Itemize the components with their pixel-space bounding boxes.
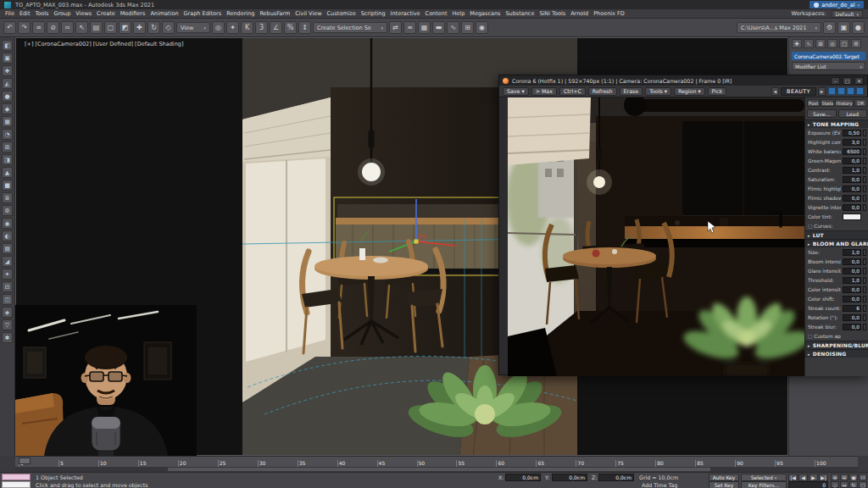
curve-editor-icon[interactable]: ∿ xyxy=(447,21,459,34)
parameter-value-field[interactable]: 1,0 xyxy=(843,167,861,174)
parameter-spinner[interactable] xyxy=(863,167,866,174)
parameter-spinner[interactable] xyxy=(863,277,866,284)
menu-item[interactable]: RebusFarm xyxy=(259,10,290,17)
left-toolbar-icon[interactable]: ≣ xyxy=(2,192,13,203)
left-toolbar-icon[interactable]: ▲ xyxy=(2,167,13,178)
menu-item[interactable]: Create xyxy=(97,10,115,17)
redo-icon[interactable]: ↷ xyxy=(18,21,31,34)
parameter-value-field[interactable]: 0,0 xyxy=(843,286,861,293)
add-time-tag[interactable]: Add Time Tag xyxy=(642,482,677,488)
menu-item[interactable]: Substance xyxy=(505,10,534,17)
minimize-icon[interactable]: – xyxy=(831,77,840,85)
current-frame-field[interactable]: 0 xyxy=(788,481,828,488)
parameter-value-field[interactable]: 0,0 xyxy=(843,324,861,330)
play-button[interactable]: ▶ xyxy=(809,474,818,481)
key-filters-button[interactable]: Key Filters... xyxy=(741,481,787,488)
parameter-value-field[interactable]: 0,0 xyxy=(843,204,861,211)
render-setup-icon[interactable]: ⚙ xyxy=(823,21,836,34)
left-toolbar-icon[interactable]: ⊟ xyxy=(2,281,13,292)
workspaces-dropdown[interactable]: Default xyxy=(832,10,863,18)
parameter-spinner[interactable] xyxy=(863,139,866,146)
motion-tab-icon[interactable]: ◎ xyxy=(827,39,837,48)
left-toolbar-icon[interactable]: ▣ xyxy=(2,53,13,64)
left-toolbar-icon[interactable]: ◨ xyxy=(2,154,13,165)
close-icon[interactable]: ✕ xyxy=(854,77,864,85)
left-toolbar-icon[interactable]: ✱ xyxy=(2,332,13,343)
parameter-value-field[interactable]: 0,0 xyxy=(843,296,861,302)
left-toolbar-icon[interactable]: ◭ xyxy=(2,78,13,89)
modify-tab-icon[interactable]: ∿ xyxy=(804,39,814,48)
left-toolbar-icon[interactable]: ◆ xyxy=(2,103,13,114)
menu-item[interactable]: Scripting xyxy=(361,10,386,17)
zoom-all-icon[interactable]: ⊞ xyxy=(840,474,849,480)
channel-next-icon[interactable]: ▸ xyxy=(818,87,826,96)
parameter-spinner[interactable] xyxy=(863,186,866,192)
parameter-spinner[interactable] xyxy=(863,249,866,256)
field-of-view-icon[interactable]: ◇ xyxy=(831,481,839,488)
maximize-viewport-icon[interactable]: ▢ xyxy=(859,481,867,488)
left-toolbar-icon[interactable]: ◢ xyxy=(2,256,13,267)
render-production-icon[interactable]: ● xyxy=(852,21,865,34)
vfb-tools-button[interactable]: Tools ▾ xyxy=(645,87,671,96)
bloom-glare-header[interactable]: BLOOM AND GLARE xyxy=(805,239,868,247)
time-slider[interactable] xyxy=(19,458,31,464)
channel-label[interactable]: BEAUTY xyxy=(781,87,816,96)
parameter-value-field[interactable]: 0,0 xyxy=(843,195,861,202)
previous-frame-button[interactable]: ◀ xyxy=(798,474,808,481)
select-and-manipulate-icon[interactable]: ✦ xyxy=(226,21,239,34)
vfb-copy-button[interactable]: Ctrl+C xyxy=(559,87,586,96)
parameter-value-field[interactable]: 0,0 xyxy=(843,158,861,164)
scrollbar-thumb[interactable] xyxy=(168,468,710,471)
vfb-erase-button[interactable]: Erase xyxy=(620,87,643,96)
vfb-panel-tab[interactable]: Post xyxy=(807,99,820,107)
sharpening-header[interactable]: SHARPENING/BLURRING xyxy=(805,341,868,349)
menu-item[interactable]: Animation xyxy=(150,10,178,17)
left-toolbar-icon[interactable]: ⚙ xyxy=(2,205,13,216)
maximize-icon[interactable]: ▢ xyxy=(843,77,852,85)
und o-icon[interactable]: ↶ xyxy=(3,21,16,34)
use-pivot-center-icon[interactable]: ◎ xyxy=(212,21,225,34)
parameter-value-field[interactable]: 3,0 xyxy=(843,139,861,146)
vfb-save-button[interactable]: Save ▾ xyxy=(503,87,529,96)
align-icon[interactable]: ≡ xyxy=(403,21,416,34)
set-key-button[interactable]: Set Key xyxy=(709,481,739,488)
pan-icon[interactable]: ↔ xyxy=(840,481,849,488)
parameter-value-field[interactable]: 0,0 xyxy=(843,176,861,183)
parameter-spinner[interactable] xyxy=(863,176,866,183)
parameter-spinner[interactable] xyxy=(863,305,866,312)
left-toolbar-icon[interactable]: ▦ xyxy=(2,116,13,127)
parameter-value-field[interactable] xyxy=(843,214,861,220)
lut-header[interactable]: LUT xyxy=(805,230,868,239)
parameter-spinner[interactable] xyxy=(863,324,866,330)
parameter-value-field[interactable]: 1,0 xyxy=(843,249,861,256)
menu-item[interactable]: SiNi Tools xyxy=(539,10,565,17)
angle-snap-icon[interactable]: ∠ xyxy=(270,21,282,34)
viewport-label[interactable]: [+] [CoronaCamera002] [User Defined] [De… xyxy=(25,41,183,47)
percent-snap-icon[interactable]: % xyxy=(284,21,297,34)
denoising-header[interactable]: DENOISING xyxy=(805,349,868,358)
hierarchy-tab-icon[interactable]: ⊞ xyxy=(815,39,826,48)
menu-item[interactable]: Interactive xyxy=(391,10,420,17)
menu-item[interactable]: Rendering xyxy=(226,10,254,17)
menu-item[interactable]: Megascans xyxy=(470,10,500,17)
vfb-panel-tab[interactable]: DR xyxy=(854,99,867,107)
select-by-name-icon[interactable]: ▤ xyxy=(90,21,103,34)
material-editor-icon[interactable]: ◉ xyxy=(476,21,488,34)
left-toolbar-icon[interactable]: ◫ xyxy=(2,294,13,305)
parameter-value-field[interactable]: 6 xyxy=(843,305,861,312)
display-tab-icon[interactable]: ▢ xyxy=(839,39,849,48)
vfb-dock-history-icon[interactable] xyxy=(828,87,836,95)
maxscript-mini-listener[interactable] xyxy=(2,481,31,488)
rendered-frame-window-icon[interactable]: ▣ xyxy=(837,21,850,34)
vfb-pick-button[interactable]: Pick xyxy=(708,87,727,96)
parameter-spinner[interactable] xyxy=(863,286,866,293)
vfb-panel-tab[interactable]: History xyxy=(835,99,854,107)
menu-item[interactable]: Arnold xyxy=(570,10,588,17)
left-toolbar-icon[interactable]: ✚ xyxy=(2,65,13,76)
parameter-value-field[interactable]: 0,0 xyxy=(843,268,861,274)
window-crossing-toggle-icon[interactable]: ◩ xyxy=(119,21,131,34)
modifier-list-dropdown[interactable]: Modifier List xyxy=(792,62,865,70)
project-path-dropdown[interactable]: C:\Users\A...s Max 2021 xyxy=(737,22,821,33)
left-toolbar-icon[interactable]: ◐ xyxy=(2,230,13,241)
left-toolbar-icon[interactable]: ◔ xyxy=(2,129,13,140)
